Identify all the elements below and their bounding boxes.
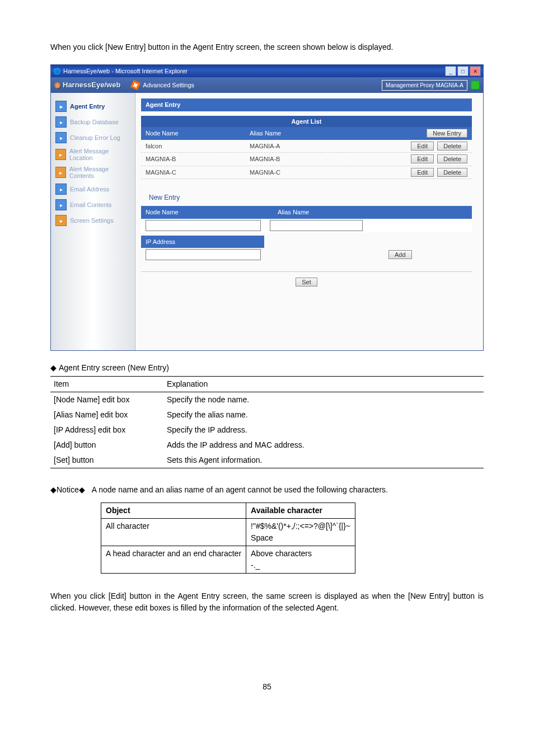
sidebar-item-label: Alert Message Location <box>69 148 130 161</box>
cell-node: falcon <box>141 140 245 153</box>
cell-node: MAGNIA-B <box>141 153 245 166</box>
edit-button[interactable]: Edit <box>411 154 434 163</box>
cell-item: [IP Address] edit box <box>50 422 163 438</box>
table-row: [IP Address] edit boxSpecify the IP addr… <box>50 422 484 438</box>
sidebar-item-cleanup-error-log[interactable]: ▸Cleanup Error Log <box>51 130 135 145</box>
eraser-icon: ▸ <box>55 132 67 143</box>
table1-h1: Item <box>50 377 163 392</box>
sidebar-item-label: Backup Database <box>70 119 119 125</box>
sidebar-item-label: Alert Message Contents <box>69 166 130 179</box>
notice-label: ◆Notice◆ <box>50 484 85 496</box>
character-table: Object Available character All character… <box>101 503 355 574</box>
cell-item: [Add] button <box>50 438 163 453</box>
minimize-icon[interactable]: _ <box>445 66 456 76</box>
form-alias-header: Alias Name <box>273 206 472 219</box>
screenshot-window: 🌐 HarnessEye/web - Microsoft Internet Ex… <box>50 64 484 351</box>
table-row: [Add] buttonAdds the IP address and MAC … <box>50 438 484 453</box>
cell-node: MAGNIA-C <box>141 166 245 179</box>
advanced-settings-label: Advanced Settings <box>143 81 194 90</box>
cell-explanation: Specify the node name. <box>163 392 484 408</box>
edit-button[interactable]: Edit <box>411 168 434 177</box>
sidebar-item-label: Screen Settings <box>70 217 114 224</box>
bottom-paragraph: When you click [Edit] button in the Agen… <box>50 590 484 614</box>
sidebar-item-backup-database[interactable]: ▸Backup Database <box>51 114 135 130</box>
cell-alias: MAGNIA-A <box>245 140 366 153</box>
mail-icon: ▸ <box>55 199 67 210</box>
chartbl-r2b: Above characters -._ <box>246 546 355 574</box>
app-logo: ◉ HarnessEye/web <box>54 79 120 91</box>
alias-name-input[interactable] <box>270 220 363 231</box>
col-alias-header: Alias Name <box>245 127 366 140</box>
form-header: Node Name Alias Name <box>141 206 472 219</box>
cell-explanation: Adds the IP address and MAC address. <box>163 438 484 453</box>
page-number: 85 <box>50 681 484 693</box>
agent-row: falconMAGNIA-AEditDelete <box>141 140 472 153</box>
sidebar-item-label: Agent Entry <box>70 103 105 110</box>
sidebar-item-label: Email Contents <box>70 201 112 208</box>
table-row: [Node Name] edit boxSpecify the node nam… <box>50 392 484 408</box>
delete-button[interactable]: Delete <box>437 168 467 177</box>
list-header-row: Node Name Alias Name New Entry <box>141 127 472 140</box>
proxy-box: Management Proxy MAGNIA-A <box>382 80 467 91</box>
proxy-label: Management Proxy <box>386 82 434 88</box>
form-node-header: Node Name <box>141 206 273 219</box>
cell-alias: MAGNIA-B <box>245 153 366 166</box>
chartbl-r1b: !"#$%&'()*+,/:;<=>?@[\]^`{|}~ Space <box>246 519 355 546</box>
chartbl-r1a: All character <box>101 519 246 546</box>
maximize-icon[interactable]: □ <box>457 66 469 76</box>
node-name-input[interactable] <box>146 220 261 231</box>
form-ip-header: IP Address <box>141 236 264 248</box>
delete-button[interactable]: Delete <box>437 142 467 151</box>
ie-title: HarnessEye/web - Microsoft Internet Expl… <box>63 67 188 76</box>
set-button[interactable]: Set <box>296 278 317 287</box>
agent-row: MAGNIA-BMAGNIA-BEditDelete <box>141 153 472 166</box>
db-icon: ▸ <box>55 116 67 128</box>
panel-title: Agent Entry <box>141 98 472 111</box>
sidebar-item-email-address[interactable]: ▸Email Address <box>51 181 135 197</box>
chartbl-h1: Object <box>101 503 246 519</box>
notice-text: A node name and an alias name of an agen… <box>92 484 388 496</box>
bell-o-icon: ▸ <box>55 149 66 160</box>
sidebar-item-screen-settings[interactable]: ▸Screen Settings <box>51 213 135 228</box>
col-node-header: Node Name <box>141 127 245 140</box>
chartbl-r2a: A head character and an end character <box>101 546 246 574</box>
ie-titlebar: 🌐 HarnessEye/web - Microsoft Internet Ex… <box>51 65 483 77</box>
cell-item: [Alias Name] edit box <box>50 407 163 422</box>
status-dot-icon[interactable] <box>471 81 480 90</box>
logo-text-1: HarnessEye <box>63 81 104 89</box>
main-area: Agent Entry Agent List Node Name Alias N… <box>135 93 483 350</box>
delete-button[interactable]: Delete <box>437 154 467 163</box>
ip-address-input[interactable] <box>146 249 261 260</box>
sidebar-item-alert-message-contents[interactable]: ▸Alert Message Contents <box>51 163 135 181</box>
advanced-settings-link[interactable]: ✖ Advanced Settings <box>132 81 194 90</box>
cell-explanation: Sets this Agent information. <box>163 453 484 468</box>
cell-item: [Set] button <box>50 453 163 468</box>
close-icon[interactable]: ✕ <box>470 66 481 76</box>
table-row: [Alias Name] edit boxSpecify the alias n… <box>50 407 484 422</box>
sidebar-item-alert-message-location[interactable]: ▸Alert Message Location <box>51 145 135 163</box>
pencil-icon: ▸ <box>55 101 67 112</box>
sidebar-item-label: Email Address <box>70 186 109 192</box>
table1-caption: Agent Entry screen (New Entry) <box>50 362 484 374</box>
logo-text-2: /web <box>104 81 120 89</box>
sidebar-item-email-contents[interactable]: ▸Email Contents <box>51 197 135 213</box>
mail-icon: ▸ <box>55 184 67 195</box>
chartbl-h2: Available character <box>246 503 355 519</box>
proxy-value: MAGNIA-A <box>436 82 463 88</box>
ie-icon: 🌐 <box>53 67 61 76</box>
agent-row: MAGNIA-CMAGNIA-CEditDelete <box>141 166 472 180</box>
sidebar-item-label: Cleanup Error Log <box>70 134 120 141</box>
screen-o-icon: ▸ <box>55 215 67 226</box>
new-entry-button[interactable]: New Entry <box>427 129 467 138</box>
add-button[interactable]: Add <box>388 250 412 259</box>
cell-explanation: Specify the IP address. <box>163 422 484 438</box>
cell-item: [Node Name] edit box <box>50 392 163 408</box>
new-entry-section-title: New Entry <box>149 192 472 203</box>
app-topbar: ◉ HarnessEye/web ✖ Advanced Settings Man… <box>51 77 483 93</box>
edit-button[interactable]: Edit <box>411 142 434 151</box>
sidebar-item-agent-entry[interactable]: ▸Agent Entry <box>51 98 135 114</box>
cell-alias: MAGNIA-C <box>245 166 366 179</box>
wrench-icon: ✖ <box>130 80 141 91</box>
eye-icon: ◉ <box>54 79 60 91</box>
cell-explanation: Specify the alias name. <box>163 407 484 422</box>
